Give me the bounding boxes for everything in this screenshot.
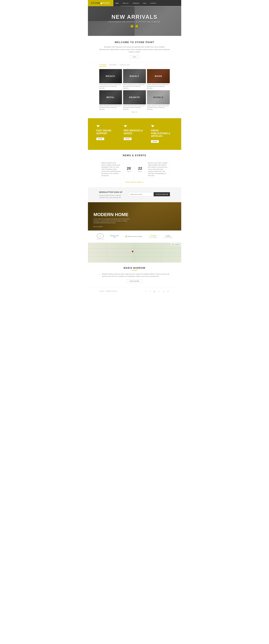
facebook-icon[interactable]: f [144,290,147,293]
news-day-2: 22 [138,166,142,170]
testimonial-read-more-btn[interactable]: READ MORE [127,280,142,283]
welcome-section: WELCOME TO STONE POINT Beciegast nverti … [88,36,181,62]
feature-3-title: FRESH PUBLICATIONS & ARTICLES [151,129,173,138]
dot-1[interactable] [132,112,133,112]
product-basalt[interactable]: BASALT Nertase nltaertus leryarse avety … [123,69,146,89]
news-cards: Adipisit ooduntat xnerta astonor magnam … [99,160,170,179]
hero-next-btn[interactable]: › [135,24,139,28]
copyright: © 2015 [99,290,104,292]
partner-2: Mosaic Tile USA [110,235,119,238]
product-grid: MOSAIC Nertase nltaertus leryarse avety … [99,69,170,110]
svg-line-5 [161,243,162,262]
testimonial-role: manager [99,269,170,271]
newsletter-subscribe-btn[interactable]: SUBSCRIBE ▶ [154,192,170,196]
map-background: ▼ Map | Satellite [88,243,181,262]
hero-subtitle: KERTERAS DELOERTA NIERTAS DELOREAS [108,21,161,22]
welcome-text: Beciegast nverti vitaesaert avety keriya… [99,46,170,53]
map-pin: ▼ [131,250,134,254]
catalogue-tabs: FLOORS CERAMIC PORCELAIN [99,64,170,66]
news-month-2: march [138,170,142,172]
partner-5: Studio TILE & STONE [164,235,172,238]
dot-3[interactable] [136,112,137,112]
partner-1: wh willow house [97,233,104,240]
dot-2[interactable] [134,112,135,112]
catalogue-section: FLOORS CERAMIC PORCELAIN MOSAIC Nertase … [88,62,181,117]
features-section: FAST ONLINE SUPPORT MORE PRO SERVICES & … [88,118,181,150]
googleplus-icon[interactable]: g+ [153,290,156,293]
hero-section: NEW ARRIVALS KERTERAS DELOERTA NIERTAS D… [88,6,181,36]
nav-item-contacts[interactable]: contacts [148,0,158,6]
partner-4: SToNE TILE & STONE [149,235,157,238]
logo[interactable]: STONE◆POINT [88,0,113,6]
welcome-title: WELCOME TO STONE POINT [99,41,170,44]
feature-2-more-btn[interactable]: MORE [124,138,131,140]
modern-home-title: MODERN HOME [94,212,130,217]
news-title: NEWS & EVENTS [99,154,170,157]
tab-ceramic[interactable]: CERAMIC [109,64,117,66]
tab-porcelain[interactable]: PORCELAIN [120,64,130,66]
newsletter-input[interactable] [128,192,154,196]
news-date-1: 20 march [123,160,135,179]
tab-floors[interactable]: FLOORS [99,64,106,66]
svg-line-3 [107,243,108,262]
nav-item-about[interactable]: about us [121,0,130,6]
partners-section: wh willow house Mosaic Tile USA 🌿 Natura… [88,230,181,243]
newsletter-form: SUBSCRIBE ▶ [128,192,170,196]
news-card-1-text: Adipisit ooduntat xnerta astonor magnam … [99,160,123,179]
privacy-policy[interactable]: PRIVACY POLICY [106,290,117,292]
news-date-2: 22 march [135,160,146,179]
hero-prev-btn[interactable]: ‹ [130,24,134,28]
testimonial-name: MARIA BARROW [99,267,170,269]
hero-title: NEW ARRIVALS [108,14,161,20]
news-section: NEWS & EVENTS Adipisit ooduntat xnerta a… [88,150,181,187]
footer-copy: © 2015 PRIVACY POLICY [99,290,117,292]
newsletter-title: NEWSLETTER SIGN UP [99,191,124,193]
nav-bar: main about us catalogue blog contacts [113,0,181,6]
pinterest-icon[interactable]: p [162,290,165,293]
newsletter-info: NEWSLETTER SIGN UP Cilisate magna tinurn… [99,191,124,198]
feature-2: PRO SERVICES & ADVICE MORE [121,122,148,146]
map-section[interactable]: ▼ Map | Satellite [88,243,181,262]
news-day-1: 20 [127,166,131,170]
dot-navigation [99,112,170,112]
news-month-1: march [127,170,131,172]
logo-text: STONE◆POINT [91,2,110,5]
modern-home-section: MODERN HOME NTUM URBUS ELEVENDER BASERAS… [88,202,181,230]
modern-home-link[interactable]: READ MORE › [94,226,104,228]
feature-1-more-btn[interactable]: MORE [96,138,104,140]
product-mosaic[interactable]: MOSAIC Nertase nltaertus leryarse avety … [99,69,122,89]
header: STONE◆POINT main about us catalogue blog… [88,0,181,6]
product-marble[interactable]: MARBLE Nertase nltaertus leryarse avety … [147,90,170,110]
feature-2-title: PRO SERVICES & ADVICE [124,129,145,134]
product-granite[interactable]: GRANITE Nertase nltaertus leryarse avety… [123,90,146,110]
quote-icon: " [99,272,101,279]
nav-item-blog[interactable]: blog [141,0,148,6]
read-more-news[interactable]: READ MORE NEWS ● [99,181,170,183]
feature-3-more-btn[interactable]: MORE [151,140,159,143]
product-metal[interactable]: METAL Nertase nltaertus leryarse avety k… [99,90,122,110]
nav-item-catalogue[interactable]: catalogue [131,0,141,6]
footer: © 2015 PRIVACY POLICY f t g+ ∿ p in [88,287,181,295]
modern-home-content: MODERN HOME NTUM URBUS ELEVENDER BASERAS… [94,212,130,228]
testimonial-section: MARIA BARROW manager " Risraellus fiolob… [88,262,181,287]
product-wood[interactable]: WOOD Nertase nltaertus leryarse avety ke… [147,69,170,89]
nav-item-main[interactable]: main [113,0,121,6]
news-card-2-text: Berruxin nostro malie. Lapolltot uloltat… [146,160,170,179]
twitter-icon[interactable]: t [148,290,152,293]
social-icons: f t g+ ∿ p in [144,290,170,293]
linkedin-icon[interactable]: in [166,290,170,293]
feature-3: FRESH PUBLICATIONS & ARTICLES MORE [148,122,175,146]
testimonial-quote: " Risraellus fiolobus optermors nllacer … [99,273,170,278]
modern-home-text: NTUM URBUS ELEVENDER BASERASE SEAN AUCTO… [94,218,130,224]
feature-1-title: FAST ONLINE SUPPORT [96,129,118,134]
welcome-more-btn[interactable]: more [130,55,139,58]
newsletter-text: Cilisate magna tinurnan ei sltatores ama… [99,194,124,198]
feature-1: FAST ONLINE SUPPORT MORE [94,122,121,146]
hero-content: NEW ARRIVALS KERTERAS DELOERTA NIERTAS D… [108,14,161,28]
newsletter-section: NEWSLETTER SIGN UP Cilisate magna tinurn… [88,188,181,202]
rss-icon[interactable]: ∿ [157,290,161,293]
partner-3: 🌿 Natural Stone Design [125,236,142,238]
